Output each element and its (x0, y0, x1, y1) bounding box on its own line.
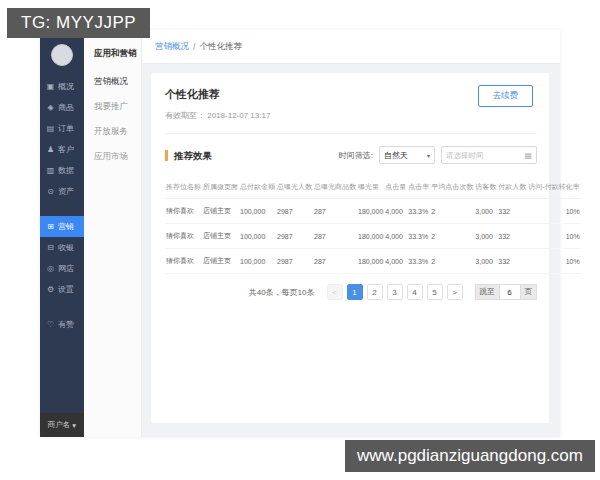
table-header-row: 推荐位名称所属微页面总付款金额总曝光人数总曝光商品数曝光量点击量点击率平均点击次… (165, 176, 581, 199)
time-granularity-select[interactable]: 自然天 ▾ (379, 146, 435, 164)
table-cell: 100,000 (239, 249, 276, 274)
tag-icon: ◈ (46, 103, 55, 112)
main-area: 营销概况 / 个性化推荐 个性化推荐 有效期至： 2018-12-07 13:1… (142, 30, 560, 437)
chart-icon: ▥ (46, 166, 55, 175)
table-cell: 33.3% (407, 249, 430, 274)
section-header-row: 推荐效果 时间筛选: 自然天 ▾ ▦ (165, 146, 537, 164)
table-cell: 180,000 (357, 224, 384, 249)
table-cell: 33.3% (407, 224, 430, 249)
subsidebar-item-open-services[interactable]: 开放服务 (94, 126, 141, 138)
store-icon: ◎ (46, 264, 55, 273)
table-cell: 180,000 (357, 199, 384, 224)
renew-button[interactable]: 去续费 (478, 85, 534, 107)
sidebar-item-label: 客户 (58, 144, 74, 155)
sidebar-nav: ▣概况◈商品▤订单♟客户▥数据⊙资产⊞营销⊟收银◎网店⚙设置♡有赞 (40, 76, 84, 335)
sidebar-item-assets[interactable]: ⊙资产 (40, 181, 84, 202)
order-list-icon: ▤ (46, 124, 55, 133)
table-column-header: 点击率 (407, 176, 430, 199)
table-cell: 2987 (276, 199, 313, 224)
website-watermark-banner: www.pgdianziguangdong.com (345, 440, 595, 472)
secondary-sidebar-nav: 营销概况我要推广开放服务应用市场 (94, 76, 141, 163)
recommendation-effect-table: 推荐位名称所属微页面总付款金额总曝光人数总曝光商品数曝光量点击量点击率平均点击次… (165, 176, 581, 274)
prev-page-button: < (327, 284, 343, 300)
sidebar-item-label: 设置 (58, 284, 74, 295)
sidebar-item-label: 有赞 (58, 319, 74, 330)
sidebar-item-youzan[interactable]: ♡有赞 (40, 314, 84, 335)
time-granularity-value: 自然天 (384, 150, 408, 161)
pagination-buttons: <12345> (327, 284, 463, 300)
chevron-down-icon: ▾ (427, 152, 430, 159)
page-button-3[interactable]: 3 (387, 284, 403, 300)
sidebar-item-cashier[interactable]: ⊟收银 (40, 237, 84, 258)
sidebar-item-label: 网店 (58, 263, 74, 274)
table-cell: 10% (527, 224, 580, 249)
merchant-name-label: 商户名 (48, 420, 71, 430)
thumb-up-icon: ♡ (46, 320, 55, 329)
table-column-header: 推荐位名称 (165, 176, 202, 199)
breadcrumb-parent-link[interactable]: 营销概况 (155, 41, 189, 53)
jump-unit-button[interactable]: 页 (520, 284, 538, 300)
table-cell: 4,000 (384, 249, 407, 274)
jump-to-button[interactable]: 跳至 (475, 284, 500, 300)
table-cell: 店铺主页 (202, 224, 239, 249)
table-cell: 猜你喜欢 (165, 224, 202, 249)
table-row: 猜你喜欢店铺主页100,0002987287180,0004,00033.3%2… (165, 249, 581, 274)
table-cell: 332 (497, 224, 527, 249)
table-cell: 猜你喜欢 (165, 249, 202, 274)
sidebar-item-marketing[interactable]: ⊞营销 (40, 216, 84, 237)
breadcrumb-separator: / (193, 42, 195, 52)
table-cell: 33.3% (407, 199, 430, 224)
table-cell: 10% (527, 199, 580, 224)
section-title: 推荐效果 (165, 150, 212, 161)
coin-icon: ⊙ (46, 187, 55, 196)
table-cell: 2 (430, 199, 474, 224)
sidebar-item-label: 收银 (58, 242, 74, 253)
table-column-header: 曝光量 (357, 176, 384, 199)
subsidebar-item-app-market[interactable]: 应用市场 (94, 151, 141, 163)
sidebar-item-orders[interactable]: ▤订单 (40, 118, 84, 139)
next-page-button[interactable]: > (447, 284, 463, 300)
sidebar-item-overview[interactable]: ▣概况 (40, 76, 84, 97)
page-button-5[interactable]: 5 (427, 284, 443, 300)
table-column-header: 总付款金额 (239, 176, 276, 199)
page-button-4[interactable]: 4 (407, 284, 423, 300)
sidebar-item-shop[interactable]: ◎网店 (40, 258, 84, 279)
page-button-1[interactable]: 1 (347, 284, 363, 300)
date-range-input[interactable] (446, 151, 520, 160)
merchant-name-button[interactable]: 商户名 ▾ (40, 413, 84, 437)
table-cell: 2987 (276, 224, 313, 249)
secondary-sidebar: 应用和营销 营销概况我要推广开放服务应用市场 (84, 30, 142, 437)
person-icon: ♟ (46, 145, 55, 154)
sidebar-item-goods[interactable]: ◈商品 (40, 97, 84, 118)
personalized-recommendation-card: 个性化推荐 有效期至： 2018-12-07 13:17 去续费 推荐效果 时间… (150, 72, 550, 424)
chevron-down-icon: ▾ (72, 421, 76, 430)
table-cell: 2 (430, 249, 474, 274)
table-column-header: 访问-付款转化率 (527, 176, 580, 199)
breadcrumb: 营销概况 / 个性化推荐 (142, 30, 560, 64)
primary-sidebar: ▣概况◈商品▤订单♟客户▥数据⊙资产⊞营销⊟收银◎网店⚙设置♡有赞 商户名 ▾ (40, 30, 84, 437)
time-filter-label: 时间筛选: (339, 150, 373, 161)
table-row: 猜你喜欢店铺主页100,0002987287180,0004,00033.3%2… (165, 199, 581, 224)
avatar[interactable] (51, 44, 73, 66)
sidebar-item-data[interactable]: ▥数据 (40, 160, 84, 181)
table-cell: 2 (430, 224, 474, 249)
gear-icon: ⚙ (46, 285, 55, 294)
table-cell: 3,000 (474, 199, 497, 224)
cashier-icon: ⊟ (46, 243, 55, 252)
subsidebar-item-marketing-overview[interactable]: 营销概况 (94, 76, 141, 88)
sidebar-item-settings[interactable]: ⚙设置 (40, 279, 84, 300)
pagination: 共40条，每页10条 <12345> 跳至 6 页 (165, 284, 537, 300)
monitor-icon: ▣ (46, 82, 55, 91)
sidebar-item-customers[interactable]: ♟客户 (40, 139, 84, 160)
table-column-header: 所属微页面 (202, 176, 239, 199)
table-cell: 3,000 (474, 224, 497, 249)
sidebar-item-label: 数据 (58, 165, 74, 176)
page-button-2[interactable]: 2 (367, 284, 383, 300)
subsidebar-item-promote[interactable]: 我要推广 (94, 101, 141, 113)
pagination-summary: 共40条，每页10条 (249, 287, 315, 298)
table-column-header: 付款人数 (497, 176, 527, 199)
date-range-picker: ▦ (441, 146, 537, 164)
table-cell: 2987 (276, 249, 313, 274)
telegram-watermark-banner: TG: MYYJJPP (7, 8, 150, 38)
jump-page-input[interactable]: 6 (500, 284, 520, 300)
